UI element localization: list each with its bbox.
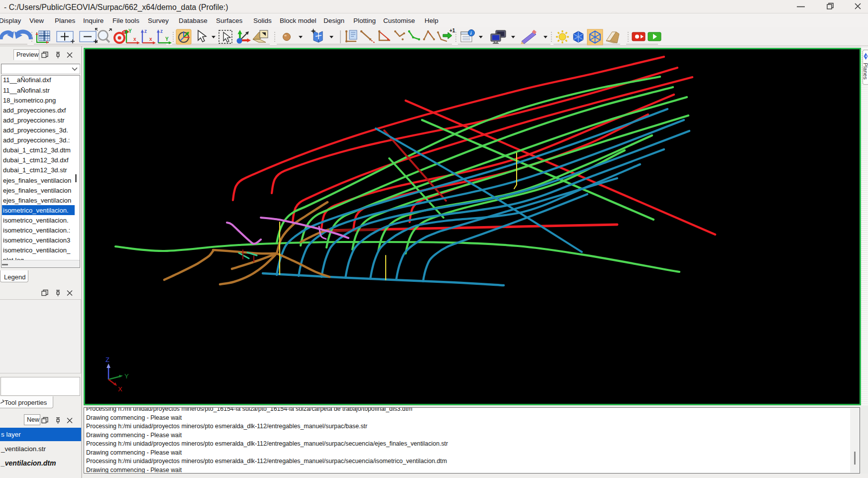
- svg-text:x: x: [133, 36, 136, 42]
- svg-text:+1: +1: [449, 28, 455, 33]
- svg-text:Y: Y: [128, 28, 132, 34]
- svg-text:Y: Y: [165, 36, 169, 42]
- svg-text:z: z: [160, 28, 163, 34]
- svg-text:x: x: [149, 36, 152, 42]
- svg-text:Z: Z: [106, 356, 109, 363]
- svg-text:Y: Y: [124, 372, 129, 380]
- svg-text:z: z: [144, 28, 147, 34]
- svg-text:X: X: [118, 385, 122, 393]
